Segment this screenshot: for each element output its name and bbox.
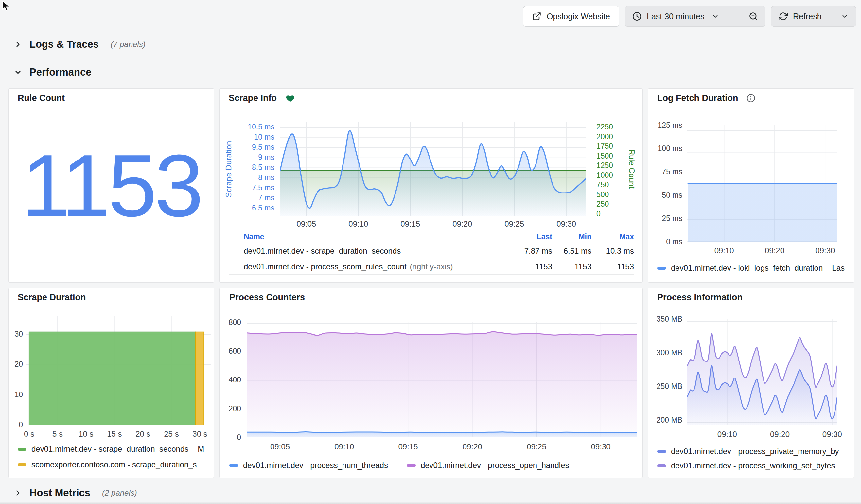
- process-counters-chart[interactable]: [247, 322, 637, 437]
- legend-item[interactable]: scomexporter.contoso.com - scrape_durati…: [18, 460, 207, 470]
- zoom-out-time-button[interactable]: [741, 6, 765, 27]
- series-swatch: [657, 450, 666, 453]
- x-tick: 09:30: [557, 219, 576, 228]
- panel-title-text: Log Fetch Duration: [657, 93, 738, 103]
- refresh-label: Refresh: [793, 12, 822, 21]
- table-row[interactable]: dev01.mirnet.dev - scrape_duration_secon…: [229, 243, 634, 258]
- x-tick: 09:15: [398, 442, 418, 451]
- header-min[interactable]: Min: [552, 233, 591, 241]
- x-tick: 09:10: [714, 246, 734, 255]
- time-range-label: Last 30 minutes: [647, 12, 705, 21]
- panel-title-text: Scrape Info: [229, 93, 277, 103]
- log-fetch-chart[interactable]: [687, 125, 837, 241]
- x-tick: 30 s: [192, 430, 207, 439]
- x-tick: 09:20: [463, 442, 482, 451]
- series-min: 1153: [552, 262, 591, 271]
- legend-table-header: Name Last Min Max: [229, 230, 634, 243]
- panel-process-information: Process Information 350 MB300 MB250 MB20…: [648, 288, 855, 478]
- legend-item[interactable]: dev01.mirnet.dev - process_working_set_b…: [657, 461, 846, 471]
- y-tick: 0 ms: [666, 237, 682, 246]
- y-axis-ticks: 350 MB300 MB250 MB200 MB: [651, 315, 682, 424]
- y-tick: 20: [14, 360, 23, 368]
- series-name: dev01.mirnet.dev - process_scom_rules_co…: [244, 262, 510, 271]
- table-row[interactable]: dev01.mirnet.dev - process_scom_rules_co…: [229, 258, 634, 274]
- legend: dev01.mirnet.dev - process_num_threads d…: [229, 461, 633, 470]
- y-tick: 0: [596, 210, 601, 218]
- x-axis-ticks: 09:1009:2009:30: [687, 246, 837, 256]
- y-tick: 1500: [596, 152, 613, 160]
- x-tick: 09:10: [334, 442, 354, 451]
- y-tick: 200: [229, 404, 241, 413]
- series-min: 6.51 ms: [552, 247, 591, 256]
- y-axis-label-rule-count: Rule Count: [627, 122, 636, 216]
- y-tick: 0: [237, 433, 241, 442]
- legend-item[interactable]: dev01.mirnet.dev - process_private_memor…: [657, 447, 846, 456]
- x-tick: 09:10: [348, 219, 368, 228]
- refresh-interval-button[interactable]: [834, 6, 856, 27]
- scrape-duration-chart[interactable]: [27, 316, 211, 425]
- panel-scrape-duration: Scrape Duration 3020100 0 s5 s10 s15 s20…: [8, 288, 214, 478]
- series-label: dev01.mirnet.dev - process_working_set_b…: [671, 461, 835, 470]
- legend-item[interactable]: dev01.mirnet.dev - process_num_threads: [229, 461, 388, 470]
- x-tick: 09:15: [400, 219, 420, 228]
- dashboard: Opslogix Website Last 30 minutes Refresh: [0, 0, 861, 504]
- header-last[interactable]: Last: [510, 233, 552, 241]
- series-swatch: [18, 463, 27, 466]
- panel-title-text: Process Information: [657, 293, 742, 303]
- series-label: dev01.mirnet.dev - process_open_handles: [421, 461, 569, 470]
- series-swatch: [657, 464, 666, 467]
- y-axis-ticks: 3020100: [9, 330, 23, 429]
- x-axis-ticks: 09:1009:2009:30: [687, 430, 837, 439]
- panel-log-fetch-duration: Log Fetch Duration 125 ms100 ms75 ms50 m…: [648, 88, 855, 283]
- panel-title-scrape-duration[interactable]: Scrape Duration: [18, 293, 86, 303]
- process-information-chart[interactable]: [687, 319, 837, 425]
- row-toggle-performance[interactable]: Performance: [14, 66, 92, 78]
- left-axis-line: [280, 122, 281, 216]
- y-tick: 250 MB: [657, 382, 682, 391]
- panel-title-scrape-info[interactable]: Scrape Info: [229, 93, 295, 103]
- chevron-right-icon: [14, 489, 22, 497]
- row-toggle-logs-traces[interactable]: Logs & Traces (7 panels): [14, 39, 146, 50]
- row-panel-count: (7 panels): [111, 40, 146, 49]
- y-tick: 9 ms: [258, 153, 274, 162]
- y-tick: 75 ms: [662, 167, 682, 176]
- panel-title-process-information[interactable]: Process Information: [657, 293, 742, 303]
- y-tick: 2000: [596, 132, 613, 141]
- legend-calc-truncated: Las: [832, 264, 845, 272]
- time-picker-group: Last 30 minutes: [625, 6, 765, 27]
- x-tick: 09:25: [504, 219, 524, 228]
- series-last: 7.87 ms: [510, 247, 552, 256]
- x-tick: 09:30: [591, 442, 611, 451]
- y-tick: 200 MB: [657, 416, 682, 424]
- time-range-picker[interactable]: Last 30 minutes: [625, 6, 741, 27]
- y-tick: 10.5 ms: [248, 123, 274, 131]
- y-axis-ticks: 8006004002000: [219, 318, 241, 442]
- y-tick: 10 ms: [254, 133, 274, 141]
- legend-item[interactable]: dev01.mirnet.dev - process_open_handles: [407, 461, 569, 470]
- external-link-icon: [532, 12, 542, 21]
- row-toggle-host-metrics[interactable]: Host Metrics (2 panels): [14, 487, 137, 499]
- x-axis-ticks: 0 s5 s10 s15 s20 s25 s30 s: [27, 430, 211, 439]
- y-tick: 50 ms: [662, 191, 682, 199]
- opslogix-website-button[interactable]: Opslogix Website: [523, 6, 619, 27]
- y-tick: 400: [229, 376, 241, 384]
- header-max[interactable]: Max: [591, 233, 634, 241]
- legend-item[interactable]: dev01.mirnet.dev - loki_logs_fetch_durat…: [657, 263, 846, 273]
- refresh-button[interactable]: Refresh: [771, 6, 834, 27]
- panel-rule-count: Rule Count 1153: [8, 88, 214, 283]
- y-tick: 1750: [596, 142, 613, 150]
- series-swatch: [657, 267, 666, 270]
- refresh-group: Refresh: [771, 6, 856, 27]
- y-tick: 100 ms: [658, 144, 682, 153]
- panel-title-log-fetch[interactable]: Log Fetch Duration: [657, 93, 755, 103]
- right-axis-line: [592, 122, 592, 216]
- legend-item[interactable]: dev01.mirnet.dev - scrape_duration_secon…: [18, 444, 207, 454]
- info-icon[interactable]: [747, 94, 755, 103]
- header-name[interactable]: Name: [244, 233, 510, 241]
- x-tick: 5 s: [52, 430, 63, 439]
- panel-title-process-counters[interactable]: Process Counters: [229, 293, 305, 303]
- x-tick: 09:25: [527, 442, 546, 451]
- y-tick: 750: [596, 180, 609, 189]
- scrape-info-chart[interactable]: [280, 122, 586, 216]
- axis-note: (right y-axis): [410, 262, 453, 271]
